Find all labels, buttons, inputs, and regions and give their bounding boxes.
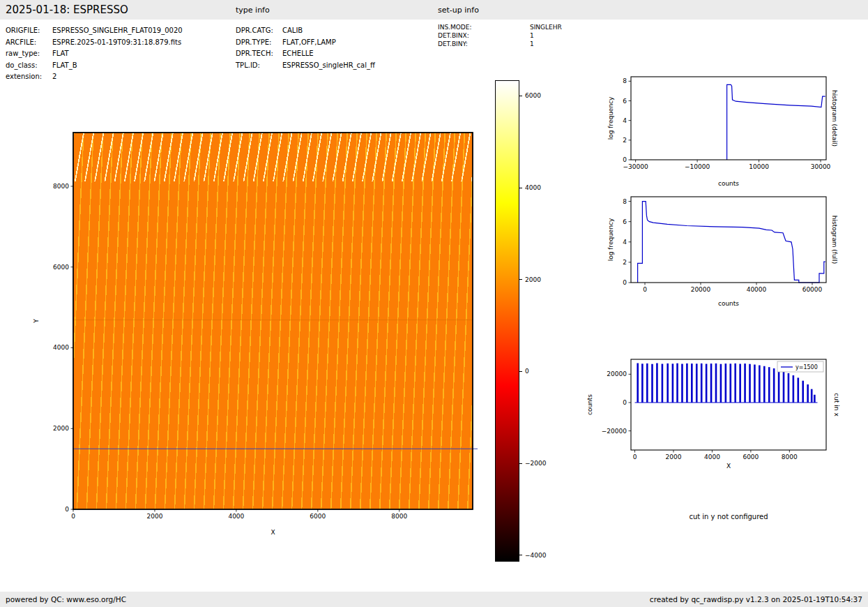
info-row-dpr-type: DPR.TYPE: FLAT,OFF,LAMP	[236, 37, 375, 49]
field-label: DPR.CATG:	[236, 25, 282, 37]
qc-report-page: 2025-01-18: ESPRESSO type info set-up in…	[0, 0, 868, 607]
info-row-do-class: do_class: FLAT_B	[6, 60, 183, 72]
info-row-tpl-id: TPL.ID: ESPRESSO_singleHR_cal_ff	[236, 60, 375, 72]
cut-in-y-note: cut in y not configured	[627, 513, 830, 520]
field-value: FLAT_B	[52, 60, 77, 72]
svg-text:log frequency: log frequency	[607, 96, 614, 140]
svg-text:8000: 8000	[53, 183, 69, 190]
svg-text:4000: 4000	[228, 513, 244, 520]
svg-text:2: 2	[623, 137, 627, 144]
colorbar-tick-mark	[519, 371, 522, 372]
field-value: FLAT	[52, 48, 69, 60]
svg-text:histogram (detail): histogram (detail)	[831, 90, 838, 147]
svg-text:4000: 4000	[704, 454, 720, 460]
info-row-raw-type: raw_type: FLAT	[6, 48, 183, 60]
svg-text:−10000: −10000	[685, 163, 710, 170]
svg-text:2000: 2000	[146, 513, 162, 520]
setup-info-block: INS.MODE: SINGLEHR DET.BINX: 1 DET.BINY:…	[438, 23, 562, 48]
info-row-dpr-catg: DPR.CATG: CALIB	[236, 25, 375, 37]
type-info-heading: type info	[236, 6, 270, 15]
svg-text:0: 0	[65, 506, 69, 513]
info-row-extension: extension: 2	[6, 71, 183, 83]
type-info-block: DPR.CATG: CALIB DPR.TYPE: FLAT,OFF,LAMP …	[236, 25, 375, 71]
field-value: 2	[52, 71, 56, 83]
svg-text:X: X	[271, 529, 275, 536]
svg-text:0: 0	[623, 156, 627, 163]
colorbar-tick-label: 4000	[525, 183, 541, 192]
svg-text:6000: 6000	[53, 264, 69, 271]
field-value: CALIB	[282, 25, 303, 37]
colorbar-tick-mark	[519, 279, 522, 280]
field-label: DPR.TECH:	[236, 48, 282, 60]
svg-text:counts: counts	[718, 300, 739, 307]
colorbar-tick-label: −4000	[525, 551, 546, 560]
setup-info-heading: set-up info	[438, 6, 479, 15]
svg-text:0: 0	[71, 513, 75, 520]
header-bar: 2025-01-18: ESPRESSO type info set-up in…	[0, 0, 868, 20]
svg-text:6: 6	[623, 98, 627, 105]
cut-in-x-plot: 02000400060008000200000−20000Xcountscut …	[579, 351, 868, 484]
svg-text:4: 4	[623, 239, 627, 246]
field-label: ORIGFILE:	[6, 25, 52, 37]
info-row-det-binx: DET.BINX: 1	[438, 31, 562, 40]
field-label: DET.BINY:	[438, 40, 530, 48]
histogram-detail-plot: −30000−10000100003000002468countslog fre…	[596, 68, 868, 197]
field-label: TPL.ID:	[236, 60, 282, 72]
svg-text:8: 8	[623, 77, 627, 84]
info-row-det-biny: DET.BINY: 1	[438, 40, 562, 48]
info-row-arcfile: ARCFILE: ESPRE.2025-01-19T09:31:18.879.f…	[6, 37, 183, 49]
svg-text:0: 0	[623, 279, 627, 286]
svg-text:20000: 20000	[691, 286, 711, 293]
field-value: ESPRESSO_SINGLEHR_FLAT019_0020	[52, 25, 183, 37]
svg-text:−20000: −20000	[602, 428, 627, 435]
colorbar-tick-label: 0	[525, 367, 529, 375]
field-value: 1	[530, 40, 534, 48]
footer-created-by: created by qc_rawdisp.py v1.2.3 on 2025-…	[650, 592, 862, 607]
svg-text:y=1500: y=1500	[795, 364, 818, 370]
colorbar-container: 6000400020000−2000−4000	[495, 80, 558, 562]
svg-text:8: 8	[623, 198, 627, 205]
svg-text:10000: 10000	[749, 163, 769, 170]
histogram-full-plot: 020000400006000002468countslog frequency…	[596, 188, 868, 317]
field-label: DET.BINX:	[438, 31, 530, 40]
svg-text:histogram (full): histogram (full)	[831, 216, 838, 264]
colorbar-tick-mark	[519, 188, 522, 188]
svg-text:6: 6	[623, 218, 627, 225]
svg-text:2000: 2000	[53, 425, 69, 432]
svg-text:counts: counts	[586, 394, 593, 415]
svg-text:2: 2	[623, 259, 627, 266]
field-value: SINGLEHR	[530, 23, 562, 31]
svg-text:6000: 6000	[743, 454, 759, 460]
field-label: raw_type:	[6, 48, 52, 60]
svg-text:6000: 6000	[310, 513, 326, 520]
colorbar-gradient	[495, 80, 519, 562]
svg-text:0: 0	[643, 286, 647, 293]
field-label: ARCFILE:	[6, 37, 52, 49]
footer-qc-link: powered by QC: www.eso.org/HC	[6, 592, 126, 607]
svg-text:0: 0	[633, 454, 637, 460]
svg-text:0: 0	[623, 399, 627, 406]
svg-text:40000: 40000	[747, 286, 767, 293]
colorbar-tick-mark	[519, 96, 522, 96]
field-label: DPR.TYPE:	[236, 37, 282, 49]
svg-text:−30000: −30000	[623, 163, 648, 170]
field-value: ECHELLE	[282, 48, 314, 60]
footer-bar: powered by QC: www.eso.org/HC created by…	[0, 592, 868, 607]
svg-text:8000: 8000	[782, 454, 798, 460]
svg-text:counts: counts	[718, 180, 739, 187]
info-row-ins-mode: INS.MODE: SINGLEHR	[438, 23, 562, 31]
field-value: FLAT,OFF,LAMP	[282, 37, 336, 49]
field-value: ESPRESSO_singleHR_cal_ff	[282, 60, 375, 72]
colorbar-tick-label: −2000	[525, 459, 546, 467]
svg-text:cut in x: cut in x	[833, 393, 840, 417]
colorbar-tick-label: 2000	[525, 276, 541, 284]
colorbar-tick-mark	[519, 555, 522, 555]
svg-text:log frequency: log frequency	[607, 218, 614, 261]
svg-text:8000: 8000	[391, 513, 407, 520]
info-row-dpr-tech: DPR.TECH: ECHELLE	[236, 48, 375, 60]
field-label: extension:	[6, 71, 52, 83]
field-value: 1	[530, 31, 534, 40]
field-value: ESPRE.2025-01-19T09:31:18.879.fits	[52, 37, 181, 49]
raw-frame-axes: 0200040006000800002000400060008000XY	[21, 120, 495, 556]
info-row-origfile: ORIGFILE: ESPRESSO_SINGLEHR_FLAT019_0020	[6, 25, 183, 37]
